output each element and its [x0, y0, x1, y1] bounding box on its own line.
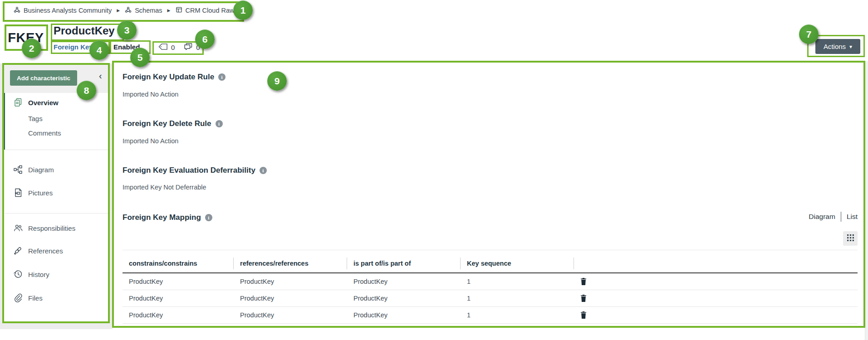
table-cell: ProductKey: [123, 295, 234, 302]
references-icon: [14, 246, 23, 255]
add-characteristic-button[interactable]: Add characteristic: [10, 70, 77, 86]
sidebar-item-label: Pictures: [28, 189, 53, 197]
table-cell: ProductKey: [347, 311, 461, 319]
section-title-text: Foreign Key Evaluation Deferrability: [123, 166, 255, 175]
comments-counter[interactable]: 0: [184, 43, 200, 52]
table-header-cell: constrains/constrains: [123, 257, 234, 269]
view-toggle-divider: [841, 212, 841, 222]
community-icon: [14, 6, 20, 15]
mapping-table: constrains/constrains references/referen…: [123, 250, 858, 324]
table-cell-actions: [574, 311, 858, 319]
sidebar-item-responsibilities[interactable]: Responsibilities: [3, 221, 109, 235]
sidebar-item-label: Diagram: [28, 166, 54, 174]
view-toggle-diagram[interactable]: Diagram: [809, 213, 835, 221]
table-cell: 1: [461, 295, 574, 302]
section-title-update-rule: Foreign Key Update Rule i: [123, 73, 226, 82]
actions-button[interactable]: Actions ▾: [815, 39, 860, 54]
section-title-text: Foreign Key Update Rule: [123, 73, 214, 82]
section-value: Imported Key Not Deferrable: [123, 184, 206, 191]
sidebar-item-diagram[interactable]: Diagram: [3, 163, 109, 176]
info-icon[interactable]: i: [205, 214, 212, 221]
breadcrumb-label: CRM Cloud Raw Data: [186, 7, 250, 14]
table-header-row: constrains/constrains references/referen…: [123, 254, 858, 273]
sidebar-item-pictures[interactable]: Pictures: [3, 186, 109, 199]
table-cell: ProductKey: [123, 311, 234, 319]
table-cell: ProductKey: [234, 295, 347, 302]
breadcrumb-item-schemas[interactable]: Schemas: [125, 6, 162, 15]
history-icon: [14, 270, 23, 279]
comment-count: 0: [196, 44, 200, 51]
sidebar-item-references[interactable]: References: [3, 244, 109, 257]
table-row: ProductKey ProductKey ProductKey 1: [123, 273, 858, 290]
table-row: ProductKey ProductKey ProductKey 1: [123, 307, 858, 324]
comments-icon: [184, 43, 193, 52]
status-badge: Enabled: [113, 43, 140, 51]
grid-view-button[interactable]: [843, 231, 858, 246]
sidebar-item-label: Tags: [28, 115, 43, 122]
table-header-cell: is part of/is part of: [347, 257, 461, 269]
section-value: Imported No Action: [123, 91, 178, 98]
breadcrumb-item-schema-asset[interactable]: CRM Cloud Raw Data: [176, 6, 250, 15]
asset-type-link[interactable]: Foreign Key: [54, 43, 93, 51]
sidebar-item-tags[interactable]: Tags: [3, 112, 109, 125]
table-row: ProductKey ProductKey ProductKey 1: [123, 290, 858, 307]
table-cell: 1: [461, 311, 574, 319]
sidebar-item-comments[interactable]: Comments: [3, 126, 109, 140]
pictures-icon: [14, 188, 23, 197]
table-header-cell: [574, 257, 858, 269]
actions-button-label: Actions: [824, 43, 846, 50]
annotation-circle: 3: [117, 20, 137, 40]
sidebar-item-overview[interactable]: Overview: [3, 96, 109, 109]
page-title[interactable]: ProductKey: [54, 24, 115, 37]
sidebar-item-label: Comments: [28, 129, 61, 137]
sidebar: Add characteristic ‹ Overview Tags Comme…: [3, 63, 109, 323]
section-title-delete-rule: Foreign Key Delete Rule i: [123, 119, 223, 128]
tag-icon: [158, 43, 168, 52]
info-icon[interactable]: i: [260, 167, 267, 174]
sidebar-divider: [5, 150, 109, 150]
asset-type-badge: FKEY: [5, 26, 46, 50]
section-title-text: Foreign Key Mapping: [123, 213, 201, 222]
sidebar-item-history[interactable]: History: [3, 267, 109, 281]
collapse-sidebar-button[interactable]: ‹: [99, 71, 102, 80]
sidebar-item-label: Files: [28, 294, 43, 302]
breadcrumb-separator: ▶: [167, 8, 171, 13]
diagram-icon: [14, 165, 23, 174]
table-cell-actions: [574, 278, 858, 285]
table-header-cell: Key sequence: [461, 257, 574, 269]
files-icon: [14, 293, 23, 302]
table-cell: ProductKey: [234, 311, 347, 319]
sidebar-item-label: Responsibilities: [28, 224, 75, 232]
breadcrumb-label: Business Analysts Community: [24, 7, 112, 14]
breadcrumb-separator: ▶: [117, 8, 120, 13]
table-header-cell: references/references: [234, 257, 347, 269]
delete-row-button[interactable]: [580, 311, 587, 319]
info-icon[interactable]: i: [218, 73, 226, 81]
main-content: Foreign Key Update Rule i Imported No Ac…: [113, 61, 865, 327]
responsibilities-icon: [14, 223, 23, 233]
mapping-view-toggle: Diagram List: [809, 212, 858, 222]
table-cell: ProductKey: [347, 295, 461, 302]
tag-count: 0: [171, 44, 175, 51]
table-cell: ProductKey: [234, 278, 347, 285]
caret-down-icon: ▾: [849, 44, 852, 50]
breadcrumb: Business Analysts Community ▶ Schemas ▶ …: [14, 5, 250, 16]
schema-icon: [176, 6, 182, 15]
sidebar-item-label: History: [28, 271, 49, 278]
breadcrumb-label: Schemas: [135, 7, 162, 14]
table-cell: 1: [461, 278, 574, 285]
community-icon: [125, 6, 132, 15]
vertical-scrollbar[interactable]: [865, 61, 868, 340]
delete-row-button[interactable]: [580, 295, 587, 302]
view-toggle-list[interactable]: List: [847, 213, 858, 221]
sidebar-item-files[interactable]: Files: [3, 291, 109, 305]
breadcrumb-item-community[interactable]: Business Analysts Community: [14, 6, 112, 15]
trash-icon: [580, 295, 587, 302]
sidebar-divider: [5, 213, 109, 214]
tags-counter[interactable]: 0: [158, 43, 175, 52]
table-cell-actions: [574, 295, 858, 302]
section-value: Imported No Action: [123, 137, 178, 145]
overview-icon: [14, 98, 23, 107]
delete-row-button[interactable]: [580, 278, 587, 285]
info-icon[interactable]: i: [216, 120, 223, 127]
